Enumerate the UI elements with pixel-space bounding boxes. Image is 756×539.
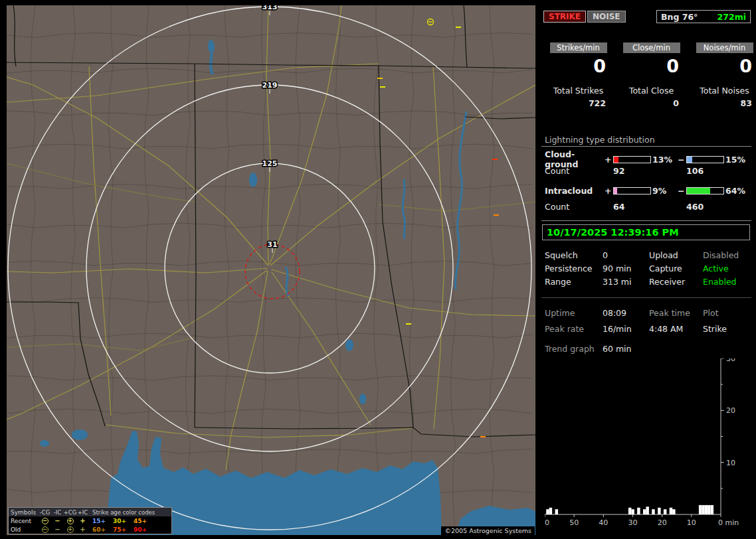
ic-neg-count: 460 xyxy=(686,202,725,212)
divider xyxy=(541,146,751,147)
plus-sign: + xyxy=(605,155,613,165)
legend-col-pos-ic: +IC xyxy=(78,509,88,516)
cg-pos-pct: 13% xyxy=(652,155,678,165)
map-canvas: 31321912531 xyxy=(7,5,535,535)
strikes-per-min-label: Strikes/min xyxy=(550,42,607,53)
strike-mode-button[interactable]: STRIKE xyxy=(543,11,586,23)
svg-text:219: 219 xyxy=(262,81,278,90)
squelch-label: Squelch xyxy=(545,250,603,260)
datetime-display: 10/17/2025 12:39:16 PM xyxy=(542,224,750,240)
peak-time-value: 4:48 AM xyxy=(649,324,703,334)
age-codes-recent: 15+ 30+ 45+ xyxy=(89,518,171,524)
svg-text:40: 40 xyxy=(599,518,608,527)
ic-neg-bar xyxy=(686,187,724,194)
minus-sign: − xyxy=(678,155,686,165)
receiver-status: Enabled xyxy=(703,277,751,287)
strike-legend: Symbols -CG -IC +CG +IC Strike age color… xyxy=(8,507,172,534)
total-labels: Total Strikes Total Close Total Noises xyxy=(544,86,756,96)
plot-value: Strike xyxy=(703,324,751,334)
persistence-value: 90 min xyxy=(603,264,649,273)
cg-neg-count: 106 xyxy=(686,166,725,176)
pos-cg-icon: + xyxy=(67,518,74,524)
status-row-range: Range 313 mi Receiver Enabled xyxy=(541,275,751,287)
cloud-ground-row: Cloud-ground + 13% − 15% xyxy=(541,149,751,160)
svg-text:20: 20 xyxy=(726,406,735,415)
svg-text:31: 31 xyxy=(267,240,277,249)
pos-ic-icon: + xyxy=(79,517,86,524)
cg-neg-bar xyxy=(686,156,724,163)
svg-text:50: 50 xyxy=(569,518,579,527)
divider xyxy=(541,220,751,221)
copyright-text: ©2005 Astrogenic Systems xyxy=(441,526,535,535)
svg-text:30: 30 xyxy=(726,358,735,363)
ic-neg-pct: 64% xyxy=(725,186,751,196)
cg-pos-bar xyxy=(613,156,651,163)
bearing-value: Bng 76° xyxy=(661,12,698,22)
total-strikes-value: 722 xyxy=(544,98,613,108)
persistence-label: Persistence xyxy=(545,264,603,273)
svg-text:20: 20 xyxy=(658,518,667,527)
strike-trend-graph: 1020306050403020100 min xyxy=(545,358,745,535)
legend-old-label: Old xyxy=(11,526,39,533)
noise-mode-button[interactable]: NOISE xyxy=(587,11,626,23)
trend-chart-canvas: 1020306050403020100 min xyxy=(545,358,745,535)
rate-values: 0 0 0 xyxy=(544,56,756,76)
neg-cg-icon: − xyxy=(42,518,48,524)
trend-graph-label: Trend graph xyxy=(545,344,603,354)
receiver-label: Receiver xyxy=(649,277,703,287)
neg-cg-icon: − xyxy=(42,526,48,533)
ic-pos-bar xyxy=(613,187,651,194)
intracloud-label: Intracloud xyxy=(545,186,605,196)
stats-row-3: Trend graph 60 min xyxy=(541,343,751,354)
status-row-squelch: Squelch 0 Upload Disabled xyxy=(541,249,751,261)
noises-per-min-label: Noises/min xyxy=(696,42,753,53)
legend-row-old: Old − − + + 60+ 75+ 90+ xyxy=(9,525,171,534)
count-label: Count xyxy=(545,166,605,176)
ic-pos-pct: 9% xyxy=(652,186,678,196)
legend-recent-label: Recent xyxy=(11,518,39,524)
peak-time-label: Peak time xyxy=(649,308,703,318)
plot-label: Plot xyxy=(703,308,751,318)
svg-text:10: 10 xyxy=(726,459,735,467)
upload-status: Disabled xyxy=(703,250,751,260)
total-values: 722 0 83 xyxy=(544,98,756,108)
cloud-ground-count-row: Count 92 106 xyxy=(541,165,751,176)
neg-ic-icon: − xyxy=(54,517,61,524)
lightning-map[interactable]: 31321912531 Symbols -CG -IC +CG +IC Stri… xyxy=(7,5,535,535)
capture-status: Active xyxy=(703,264,751,273)
cg-neg-pct: 15% xyxy=(725,155,751,165)
total-noises-value: 83 xyxy=(690,98,756,108)
svg-text:125: 125 xyxy=(262,159,278,168)
minus-sign: − xyxy=(678,186,686,196)
intracloud-row: Intracloud + 9% − 64% xyxy=(541,185,751,196)
upload-label: Upload xyxy=(649,250,703,260)
squelch-value: 0 xyxy=(603,250,649,260)
rate-chips: Strikes/min Close/min Noises/min xyxy=(544,42,756,53)
stats-row-1: Uptime 08:09 Peak time Plot xyxy=(541,307,751,319)
distribution-title: Lightning type distribution xyxy=(545,135,655,145)
legend-col-neg-ic: -IC xyxy=(54,509,62,516)
divider xyxy=(541,297,751,298)
uptime-label: Uptime xyxy=(545,308,603,318)
svg-text:30: 30 xyxy=(628,518,638,527)
strikes-per-min-value: 0 xyxy=(544,56,613,76)
legend-symbols-title: Symbols xyxy=(11,509,39,516)
peak-rate-value: 16/min xyxy=(603,324,649,334)
intracloud-count-row: Count 64 460 xyxy=(541,201,751,212)
total-close-value: 0 xyxy=(617,98,686,108)
status-row-persistence: Persistence 90 min Capture Active xyxy=(541,262,751,274)
svg-text:10: 10 xyxy=(687,518,696,527)
svg-text:313: 313 xyxy=(262,5,278,11)
close-per-min-label: Close/min xyxy=(623,42,680,53)
svg-text:0 min: 0 min xyxy=(718,518,739,527)
pos-cg-icon: + xyxy=(67,526,74,533)
count-label: Count xyxy=(545,202,605,212)
distance-value: 272mi xyxy=(717,12,746,22)
legend-col-neg-cg: -CG xyxy=(40,509,50,516)
total-close-label: Total Close xyxy=(617,86,686,96)
legend-row-recent: Recent − − + + 15+ 30+ 45+ xyxy=(9,516,171,525)
trend-graph-value: 60 min xyxy=(603,344,649,354)
uptime-value: 08:09 xyxy=(603,308,649,318)
status-panel: STRIKE NOISE Bng 76° 272mi Strikes/min C… xyxy=(541,5,751,535)
cg-pos-count: 92 xyxy=(613,166,652,176)
